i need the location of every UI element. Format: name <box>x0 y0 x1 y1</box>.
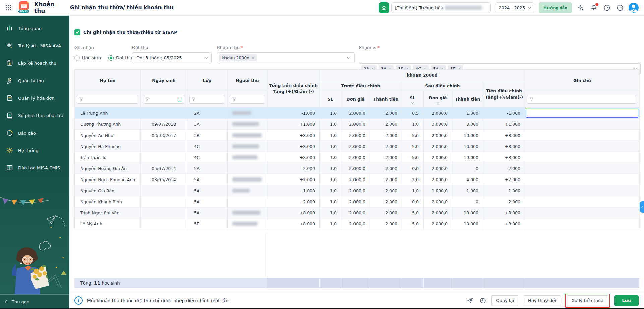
table-row[interactable]: Nguyễn Hoàng Gia Ân05/07/20145A-2.0001,0… <box>75 163 640 174</box>
help-button[interactable]: ? <box>602 3 611 12</box>
radio-hoc-sinh[interactable]: Học sinh <box>74 55 101 61</box>
chevron-down-icon <box>347 56 351 59</box>
calendar-icon[interactable] <box>178 97 182 102</box>
table-row[interactable]: Nguyễn Ngọc Phương Anh08/05/20145A+2.000… <box>75 174 640 185</box>
khoan-thu-multiselect[interactable]: khoan 2000d✕ <box>217 52 355 63</box>
sidebar-item-lap-ke-hoach-thu[interactable]: $ Lập kế hoạch thu <box>0 56 69 70</box>
cell-tt_truoc: 2.000 <box>370 152 402 163</box>
cell-ghi_chu[interactable] <box>525 218 640 229</box>
more-button[interactable] <box>616 3 624 12</box>
svg-text:$: $ <box>9 62 11 65</box>
filter-chip[interactable]: khoan 2000d✕ <box>219 54 257 61</box>
sidebar-item-label: Đào tạo MISA EMIS <box>18 165 60 170</box>
cell-ghi_chu[interactable] <box>525 174 640 185</box>
ngay-sinh-filter-input[interactable] <box>143 95 185 104</box>
chip-label: khoan 2000d <box>222 55 249 60</box>
back-button[interactable]: Quay lại <box>491 295 519 306</box>
filter-text-input[interactable] <box>535 97 635 102</box>
notifications-button[interactable] <box>589 3 598 12</box>
redacted-text <box>232 122 259 126</box>
guide-button[interactable]: Hướng dẫn <box>539 2 572 13</box>
nguoi-thu-filter-input[interactable] <box>230 95 265 104</box>
sisap-checkbox[interactable] <box>74 29 80 35</box>
cell-ghi_chu[interactable] <box>525 207 640 218</box>
question-icon: ? <box>603 4 610 11</box>
note-cell-input[interactable] <box>526 109 638 118</box>
chevron-down-icon <box>411 101 414 103</box>
sidebar-item-tro-ly-ai[interactable]: Trợ lý AI - MISA AVA <box>0 39 69 53</box>
user-avatar[interactable] <box>629 3 639 13</box>
frozen-pane-divider <box>267 233 267 278</box>
radio-label: Học sinh <box>82 55 101 60</box>
sidebar-item-so-phai-thu[interactable]: $ Sổ phải thu, phải trả <box>0 108 69 122</box>
sidebar-item-label: Lập kế hoạch thu <box>18 61 56 66</box>
cell-ghi_chu[interactable] <box>525 163 640 174</box>
table-row[interactable]: Lê Mỹ Anh5E+8.0001,02.000,02.0005,02.000… <box>75 218 640 229</box>
cell-ghi_chu[interactable] <box>525 108 640 119</box>
chip-remove-icon[interactable]: ✕ <box>251 56 254 60</box>
cell-tt_truoc: 2.000 <box>370 163 402 174</box>
table-row[interactable]: Trịnh Ngọc Phi Vân5A+8.0001,02.000,02.00… <box>75 207 640 218</box>
filter-text-input[interactable] <box>238 97 262 102</box>
col-header-sl-sau[interactable]: SL <box>402 91 424 108</box>
sidebar-item-label: Trợ lý AI - MISA AVA <box>18 43 61 48</box>
redacted-text <box>232 144 259 148</box>
ai-assistant-button[interactable] <box>576 3 585 12</box>
filter-text-input[interactable] <box>151 97 176 102</box>
cell-dg_truoc: 2.000,0 <box>341 119 370 130</box>
filter-text-input[interactable] <box>198 97 222 102</box>
cell-ghi_chu[interactable] <box>525 119 640 130</box>
sidebar-item-bao-cao[interactable]: Báo cáo <box>0 126 69 140</box>
sidebar-item-quan-ly-thu[interactable]: $ Quản lý thu <box>0 73 69 88</box>
table-row[interactable]: Nguyễn Khánh Bình5A-2.0001,02.000,02.000… <box>75 196 640 207</box>
cell-ghi_chu[interactable] <box>525 130 640 141</box>
lop-filter-input[interactable] <box>189 95 225 104</box>
cell-tien_dc: -2.000 <box>483 163 525 174</box>
table-row[interactable]: Dương Phương Anh09/07/20183A+1.0001,02.0… <box>75 119 640 130</box>
home-button[interactable] <box>379 2 389 13</box>
cancel-changes-button[interactable]: Huỷ thay đổi <box>523 295 561 306</box>
handle-surplus-button[interactable]: Xử lý tiền thừa <box>567 295 608 306</box>
top-bar: 20-11 Khoản thu Ghi nhận thu thừa/ thiếu… <box>0 0 644 16</box>
table-row[interactable]: Trần Tuấn Tú4C+8.0001,02.000,02.0005,02.… <box>75 152 640 163</box>
cell-ghi_chu[interactable] <box>525 196 640 207</box>
cell-dg_sau: 2.000,0 <box>424 163 452 174</box>
radio-label: Đợt thu <box>116 55 132 60</box>
cell-tong: -1.000 <box>267 108 320 119</box>
sidebar-item-he-thong[interactable]: Hệ thống <box>0 143 69 157</box>
app-launcher-icon[interactable] <box>3 2 14 13</box>
table-row[interactable]: Nguyễn An Như03/03/20173B+8.0001,02.000,… <box>75 130 640 141</box>
chevron-left-icon <box>641 206 643 208</box>
sidebar-item-tong-quan[interactable]: Tổng quan <box>0 21 69 35</box>
cell-dg_sau: 2.000,0 <box>424 174 452 185</box>
school-year-select[interactable]: 2024 - 2025 <box>495 2 534 13</box>
cell-tien_dc: +2.000 <box>483 174 525 185</box>
history-button[interactable] <box>478 296 487 305</box>
send-button[interactable] <box>466 296 474 305</box>
cell-ghi_chu[interactable] <box>525 185 640 196</box>
sidebar-item-quan-ly-hoa-don[interactable]: Quản lý hóa đơn <box>0 91 69 105</box>
ho-ten-filter-input[interactable] <box>77 95 138 104</box>
filter-text-input[interactable] <box>85 97 136 102</box>
cell-ghi_chu[interactable] <box>525 152 640 163</box>
school-selector[interactable]: [Thí điểm] Trường tiểu <box>391 2 491 13</box>
collapse-label: Thu gọn <box>12 299 29 304</box>
radio-dot-thu[interactable]: Đợt thu <box>108 55 132 61</box>
ghi-chu-filter-input[interactable] <box>527 95 637 104</box>
annotation-highlight-box: Xử lý tiền thừa <box>565 294 610 308</box>
cell-sl_truoc: 1,0 <box>320 174 341 185</box>
col-header-thanh-tien-truoc: Thành tiền <box>370 91 402 108</box>
sidebar-item-dao-tao[interactable]: Đào tạo MISA EMIS <box>0 161 69 175</box>
side-panel-toggle[interactable] <box>640 201 644 213</box>
cell-tt_sau: 0 <box>452 163 483 174</box>
sidebar-collapse-button[interactable]: Thu gọn <box>0 294 69 309</box>
cell-tien_dc: +8.000 <box>483 207 525 218</box>
table-row[interactable]: Lê Trung Anh2A-1.0001,02.000,02.0000,52.… <box>75 108 640 119</box>
cell-ghi_chu[interactable] <box>525 141 640 152</box>
save-button[interactable]: Lưu <box>614 295 639 306</box>
table-row[interactable]: Nguyễn Gia Bảo5A-1.0001,02.000,02.0001,0… <box>75 185 640 196</box>
table-row[interactable]: Nguyễn Hà Phương4C+8.0001,02.000,02.0005… <box>75 141 640 152</box>
dot-thu-select[interactable]: Đợt 3 tháng 05/2025 <box>132 52 212 63</box>
col-header-don-gia-sau[interactable]: Đơn giá <box>424 91 452 108</box>
filter-ngay-sinh <box>141 91 187 108</box>
